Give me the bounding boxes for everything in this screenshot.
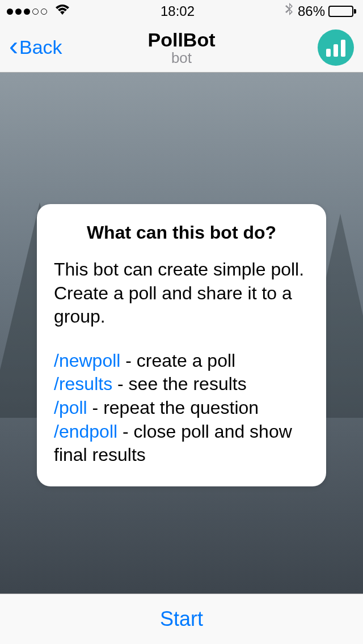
chevron-left-icon: ‹ — [9, 32, 18, 60]
status-right: 86% — [285, 3, 356, 20]
bot-avatar[interactable] — [318, 29, 354, 66]
command-line: /newpoll - create a poll — [54, 349, 309, 373]
card-body: This bot can create simple poll. Create … — [54, 258, 309, 467]
nav-title-group[interactable]: PollBot bot — [148, 29, 216, 65]
bluetooth-icon — [285, 3, 293, 20]
command-link[interactable]: /results — [54, 374, 112, 394]
chat-subtitle: bot — [148, 50, 216, 65]
back-label: Back — [19, 36, 62, 58]
back-button[interactable]: ‹ Back — [9, 36, 62, 60]
start-button[interactable]: Start — [160, 607, 203, 631]
command-line: /endpoll - close poll and show final res… — [54, 420, 309, 467]
command-line: /results - see the results — [54, 372, 309, 396]
bar-chart-icon — [326, 49, 331, 57]
status-left — [7, 3, 70, 19]
nav-bar: ‹ Back PollBot bot — [0, 23, 363, 73]
bottom-bar: Start — [0, 594, 363, 644]
command-link[interactable]: /newpoll — [54, 350, 120, 371]
wifi-icon — [55, 3, 70, 19]
card-intro: This bot can create simple poll. Create … — [54, 258, 309, 329]
command-link[interactable]: /endpoll — [54, 421, 117, 442]
signal-strength-icon — [7, 9, 47, 15]
status-bar: 18:02 86% — [0, 0, 363, 23]
chat-title: PollBot — [148, 29, 216, 50]
chat-background: What can this bot do? This bot can creat… — [0, 73, 363, 594]
command-line: /poll - repeat the question — [54, 396, 309, 420]
battery-icon — [328, 6, 356, 17]
status-time: 18:02 — [161, 3, 195, 19]
bot-info-card: What can this bot do? This bot can creat… — [37, 204, 326, 486]
battery-percent: 86% — [298, 3, 325, 19]
card-title: What can this bot do? — [54, 222, 309, 243]
command-link[interactable]: /poll — [54, 397, 87, 418]
